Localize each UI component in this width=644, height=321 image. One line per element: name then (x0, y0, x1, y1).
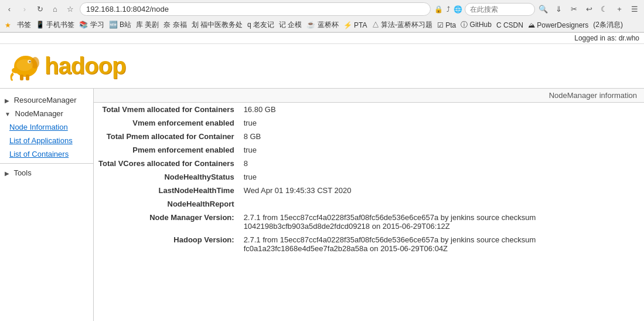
bookmark-powerdesigner[interactable]: ⛰ PowerDesigners (528, 21, 588, 29)
table-row: Pmem enforcement enabledtrue (94, 143, 644, 157)
security-icon: 🔒 (434, 5, 443, 13)
info-label: Pmem enforcement enabled (94, 143, 239, 157)
info-value: 8 (239, 157, 644, 170)
info-label: NodeHealthReport (94, 197, 239, 211)
svg-rect-7 (26, 75, 29, 80)
info-label: Total Vmem allocated for Containers (94, 103, 239, 116)
triangle-tools-icon: ▶ (5, 170, 9, 177)
share-icon: ⤴ (447, 5, 450, 13)
table-row: Total Vmem allocated for Containers16.80… (94, 103, 644, 116)
info-label: LastNodeHealthTime (94, 184, 239, 197)
info-label: NodeHealthyStatus (94, 170, 239, 184)
table-row: Total VCores allocated for Containers8 (94, 157, 644, 170)
triangle-down-icon: ▼ (5, 111, 11, 117)
bookmark-github[interactable]: ⓘ GitHub (461, 20, 492, 30)
search-button[interactable]: 🔍 (537, 4, 549, 15)
add-tab-button[interactable]: + (614, 4, 625, 15)
bookmark-star-button[interactable]: ☆ (64, 4, 76, 15)
back-button[interactable]: ‹ (4, 4, 15, 15)
browser-search-area: 🌐 🔍 (454, 3, 549, 16)
bookmarks-bar: ★ 书签 📱 手机书签 📚 学习 🆕 B站 库 美剧 奈 奈福 划 福中医教务处… (0, 18, 644, 32)
table-row: Node Manager Version:2.7.1 from 15ecc87c… (94, 211, 644, 233)
bookmark-bilibili[interactable]: 🆕 B站 (109, 20, 131, 30)
browser-toolbar: ‹ › ↻ ⌂ ☆ 🔒 ⤴ 🌐 🔍 ⇓ ✂ ↩ ☾ + ☰ (0, 0, 644, 18)
info-label: Hadoop Version: (94, 233, 239, 255)
bookmark-messages[interactable]: (2条消息) (593, 20, 623, 30)
bookmark-study[interactable]: 📚 学习 (79, 20, 104, 30)
info-value: 16.80 GB (239, 103, 644, 116)
hadoop-header: hadoop (0, 44, 644, 89)
bookmark-algo[interactable]: △ 算法-蓝桥杯习题 (372, 20, 432, 30)
content-wrapper: NodeManager information Total Vmem alloc… (94, 89, 644, 321)
undo-icon[interactable]: ↩ (583, 4, 595, 15)
bookmark-naifu[interactable]: 奈 奈福 (163, 20, 186, 30)
bookmark-laoyouji[interactable]: q 老友记 (247, 20, 274, 30)
info-label: Vmem enforcement enabled (94, 116, 239, 130)
sidebar-item-node-information[interactable]: Node Information (0, 120, 93, 134)
info-value: 2.7.1 from 15ecc87ccf4a0228f35af08fc56de… (239, 233, 644, 255)
bookmark-pta[interactable]: ⚡ PTA (343, 21, 367, 29)
info-value (239, 197, 644, 211)
sidebar-tools[interactable]: ▶ Tools (0, 166, 93, 180)
sidebar-node-manager[interactable]: ▼ NodeManager (0, 107, 93, 120)
sidebar: ▶ ResourceManager ▼ NodeManager Node Inf… (0, 89, 94, 321)
info-label: Total Pmem allocated for Container (94, 130, 239, 143)
bookmark-star-icon: ★ (5, 21, 11, 29)
bookmark-books[interactable]: 书签 (17, 20, 31, 30)
info-value: true (239, 170, 644, 184)
info-value: 2.7.1 from 15ecc87ccf4a0228f35af08fc56de… (239, 211, 644, 233)
svg-point-5 (16, 59, 33, 71)
bookmark-fuzhong[interactable]: 划 福中医教务处 (192, 20, 243, 30)
night-mode-icon[interactable]: ☾ (598, 4, 610, 15)
table-row: Hadoop Version:2.7.1 from 15ecc87ccf4a02… (94, 233, 644, 255)
bookmark-lanqiao[interactable]: ☕ 蓝桥杯 (306, 20, 338, 30)
hadoop-logo-text: hadoop (45, 53, 125, 79)
login-bar: Logged in as: dr.who (0, 33, 644, 44)
content-area: NodeManager information Total Vmem alloc… (94, 89, 644, 321)
home-button[interactable]: ⌂ (49, 4, 61, 15)
table-row: LastNodeHealthTimeWed Apr 01 19:45:33 CS… (94, 184, 644, 197)
info-label: Total VCores allocated for Containers (94, 157, 239, 170)
favicon-icon: 🌐 (454, 5, 462, 13)
scissors-icon[interactable]: ✂ (568, 4, 580, 15)
table-row: NodeHealthReport (94, 197, 644, 211)
hadoop-elephant-icon (7, 50, 42, 82)
bookmark-mobile[interactable]: 📱 手机书签 (36, 20, 74, 30)
bookmark-tv[interactable]: 库 美剧 (136, 20, 159, 30)
forward-button[interactable]: › (19, 4, 30, 15)
info-value: Wed Apr 01 19:45:33 CST 2020 (239, 184, 644, 197)
refresh-button[interactable]: ↻ (34, 4, 46, 15)
info-value: true (239, 143, 644, 157)
info-value: 8 GB (239, 130, 644, 143)
info-value: true (239, 116, 644, 130)
bookmark-qimo[interactable]: 记 企模 (279, 20, 302, 30)
main-layout: ▶ ResourceManager ▼ NodeManager Node Inf… (0, 89, 644, 321)
table-row: Vmem enforcement enabledtrue (94, 116, 644, 130)
table-row: NodeHealthyStatustrue (94, 170, 644, 184)
browser-search-input[interactable] (465, 3, 535, 16)
info-label: Node Manager Version: (94, 211, 239, 233)
address-bar[interactable] (80, 2, 431, 16)
browser-chrome: ‹ › ↻ ⌂ ☆ 🔒 ⤴ 🌐 🔍 ⇓ ✂ ↩ ☾ + ☰ ★ 书签 📱 手机书… (0, 0, 644, 33)
info-table: Total Vmem allocated for Containers16.80… (94, 103, 644, 255)
download-icon[interactable]: ⇓ (553, 4, 564, 15)
bookmark-csdn[interactable]: C CSDN (496, 21, 523, 29)
hadoop-logo: hadoop (7, 50, 637, 82)
sidebar-item-list-of-applications[interactable]: List of Applications (0, 134, 93, 147)
content-header: NodeManager information (94, 89, 644, 103)
bookmark-pta2[interactable]: ☑ Pta (437, 21, 456, 29)
svg-rect-6 (20, 75, 23, 80)
sidebar-resource-manager[interactable]: ▶ ResourceManager (0, 93, 93, 107)
table-row: Total Pmem allocated for Container8 GB (94, 130, 644, 143)
triangle-icon: ▶ (5, 97, 9, 104)
sidebar-item-list-of-containers[interactable]: List of Containers (0, 147, 93, 161)
logged-in-text: Logged in as: dr.who (574, 34, 639, 42)
sidebar-divider (0, 163, 93, 164)
menu-button[interactable]: ☰ (629, 4, 640, 15)
